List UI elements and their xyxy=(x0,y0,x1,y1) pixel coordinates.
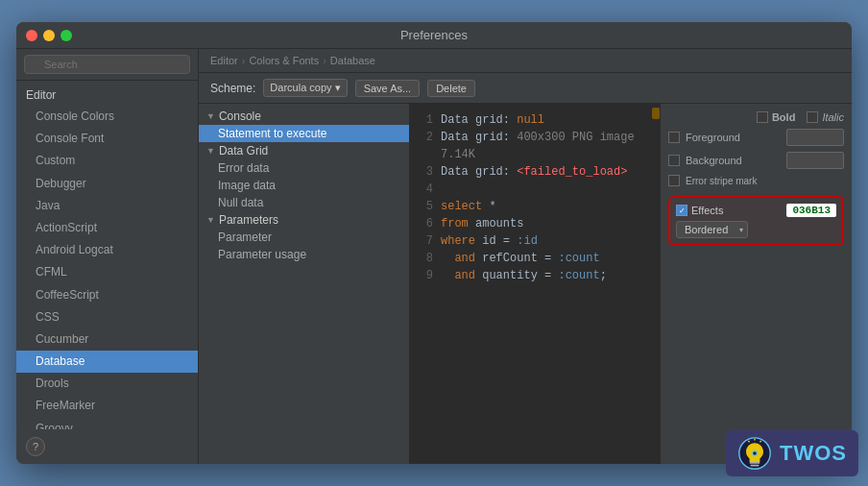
breadcrumb: Editor › Colors & Fonts › Database xyxy=(199,49,852,73)
scheme-label: Scheme: xyxy=(210,82,255,95)
delete-button[interactable]: Delete xyxy=(427,80,475,97)
code-content-8: and refCount = :count xyxy=(441,250,600,267)
svg-rect-1 xyxy=(750,462,760,464)
sidebar-item-console-font[interactable]: Console Font xyxy=(16,128,198,150)
code-content-4 xyxy=(441,181,447,198)
line-num-9: 9 xyxy=(418,267,433,284)
code-content-6: from amounts xyxy=(441,215,523,232)
effects-checkbox[interactable]: ✓ xyxy=(676,205,687,216)
sidebar-item-database[interactable]: Database xyxy=(16,351,198,373)
effects-type-dropdown[interactable]: Bordered ▾ xyxy=(676,221,748,238)
main-content: 🔍 Editor Console Colors Console Font Cus… xyxy=(16,49,852,464)
scheme-bar: Scheme: Darcula copy ▾ Save As... Delete xyxy=(199,73,852,104)
italic-checkbox[interactable] xyxy=(807,111,818,123)
preferences-window: Preferences 🔍 Editor Console Colors Cons… xyxy=(16,22,852,464)
svg-rect-2 xyxy=(751,465,760,467)
breadcrumb-sep-2: › xyxy=(323,55,326,66)
effects-row: ✓ Effects 036B13 xyxy=(676,204,836,217)
save-as-button[interactable]: Save As... xyxy=(355,80,421,97)
bold-label: Bold xyxy=(772,111,795,123)
search-container: 🔍 xyxy=(24,55,190,74)
sidebar-item-freemarker[interactable]: FreeMarker xyxy=(16,395,198,417)
breadcrumb-sep-1: › xyxy=(242,55,246,66)
help-button[interactable]: ? xyxy=(26,437,45,456)
tree-label-image-data: Image data xyxy=(218,179,276,192)
sidebar-item-css[interactable]: CSS xyxy=(16,306,198,328)
sidebar-item-java[interactable]: Java xyxy=(16,195,198,217)
tree-item-image-data[interactable]: Image data xyxy=(199,177,409,194)
sidebar-item-actionscript[interactable]: ActionScript xyxy=(16,217,198,239)
twos-branding: TWOS xyxy=(726,430,858,476)
scrollbar-marker xyxy=(652,108,660,119)
sidebar-item-groovy[interactable]: Groovy xyxy=(16,418,198,429)
close-button[interactable] xyxy=(26,30,37,41)
search-input[interactable] xyxy=(24,55,190,74)
code-content-7: where id = :id xyxy=(441,232,538,250)
sidebar-item-drools[interactable]: Drools xyxy=(16,373,198,395)
italic-label: Italic xyxy=(822,111,844,123)
svg-line-6 xyxy=(760,441,760,442)
tree-item-error-data[interactable]: Error data xyxy=(199,159,409,177)
background-color[interactable] xyxy=(786,152,844,169)
foreground-color[interactable] xyxy=(786,129,844,146)
svg-line-7 xyxy=(748,441,749,442)
scheme-select[interactable]: Darcula copy ▾ xyxy=(263,79,347,97)
sidebar-item-cucumber[interactable]: Cucumber xyxy=(16,328,198,351)
breadcrumb-database: Database xyxy=(330,55,375,66)
tree-section-datagrid[interactable]: ▼ Data Grid xyxy=(199,142,409,159)
sidebar-item-cfml[interactable]: CFML xyxy=(16,261,198,283)
sidebar: 🔍 Editor Console Colors Console Font Cus… xyxy=(16,49,199,464)
tree-label-parameters: Parameters xyxy=(219,213,278,227)
tree-list: ▼ Console Statement to execute ▼ Data Gr… xyxy=(199,104,409,464)
code-scroll[interactable]: 1 Data grid: null 2 Data grid: 400x300 P… xyxy=(410,104,660,464)
props-panel: Bold Italic Foreground xyxy=(660,104,852,464)
effects-value[interactable]: 036B13 xyxy=(786,204,836,217)
code-line-8: 8 and refCount = :count xyxy=(410,250,660,267)
scheme-value: Darcula copy xyxy=(270,82,331,93)
line-num-7: 7 xyxy=(418,232,433,250)
error-stripe-checkbox[interactable] xyxy=(668,175,680,186)
sidebar-item-android-logcat[interactable]: Android Logcat xyxy=(16,239,198,261)
maximize-button[interactable] xyxy=(60,30,72,41)
code-line-2: 2 Data grid: 400x300 PNG image 7.14K xyxy=(410,129,660,163)
sidebar-item-debugger[interactable]: Debugger xyxy=(16,173,198,195)
minimize-button[interactable] xyxy=(43,30,55,41)
bold-checkbox[interactable] xyxy=(757,111,768,123)
line-num-8: 8 xyxy=(418,250,433,267)
code-content-1: Data grid: null xyxy=(441,111,544,129)
code-line-7: 7 where id = :id xyxy=(410,232,660,250)
line-num-1: 1 xyxy=(418,111,433,129)
error-stripe-row: Error stripe mark xyxy=(668,175,844,186)
titlebar: Preferences xyxy=(16,22,852,49)
sidebar-item-custom[interactable]: Custom xyxy=(16,150,198,172)
tree-section-parameters[interactable]: ▼ Parameters xyxy=(199,211,409,229)
code-content-2: Data grid: 400x300 PNG image 7.14K xyxy=(441,129,652,163)
code-line-9: 9 and quantity = :count; xyxy=(410,267,660,284)
foreground-label: Foreground xyxy=(686,132,740,143)
tree-panel: ▼ Console Statement to execute ▼ Data Gr… xyxy=(199,104,410,464)
tree-item-null-data[interactable]: Null data xyxy=(199,194,409,211)
collapse-arrow-datagrid: ▼ xyxy=(206,146,215,156)
background-row: Background xyxy=(668,152,844,169)
sidebar-item-console-colors[interactable]: Console Colors xyxy=(16,106,198,128)
foreground-checkbox[interactable] xyxy=(668,132,680,143)
line-num-2: 2 xyxy=(418,129,433,146)
tree-section-console[interactable]: ▼ Console xyxy=(199,108,409,125)
right-panel: Editor › Colors & Fonts › Database Schem… xyxy=(199,49,852,464)
code-panel: 1 Data grid: null 2 Data grid: 400x300 P… xyxy=(410,104,660,464)
tree-item-parameter-usage[interactable]: Parameter usage xyxy=(199,246,409,263)
tree-label-console: Console xyxy=(219,109,261,123)
code-line-5: 5 select * xyxy=(410,198,660,215)
twos-logo-icon xyxy=(737,436,772,471)
tree-item-statement[interactable]: Statement to execute xyxy=(199,125,409,142)
background-checkbox[interactable] xyxy=(668,155,680,166)
line-num-3: 3 xyxy=(418,163,433,181)
sidebar-list: Editor Console Colors Console Font Custo… xyxy=(16,81,198,429)
tree-label-null-data: Null data xyxy=(218,196,263,209)
error-stripe-label: Error stripe mark xyxy=(686,176,757,186)
sidebar-item-coffeescript[interactable]: CoffeeScript xyxy=(16,284,198,306)
tree-item-parameter[interactable]: Parameter xyxy=(199,229,409,246)
bold-italic-row: Bold Italic xyxy=(668,111,844,123)
code-content-9: and quantity = :count; xyxy=(441,267,607,284)
foreground-row: Foreground xyxy=(668,129,844,146)
